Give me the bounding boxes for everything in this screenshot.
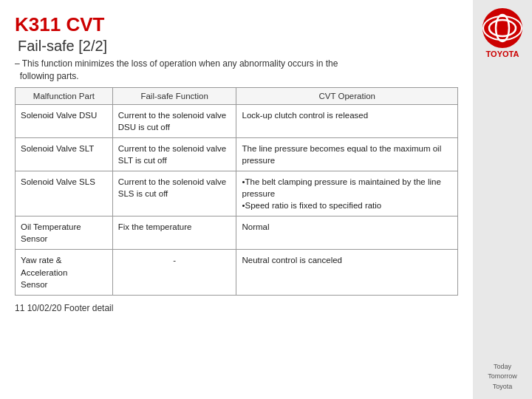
bullet-2: •Speed ratio is fixed to specified ratio bbox=[242, 201, 381, 210]
today-text: Today bbox=[494, 363, 511, 370]
page-title: K311 CVT bbox=[15, 13, 458, 36]
sidebar: TOYOTA Today Tomorrow Toyota bbox=[473, 0, 532, 399]
part-slt: Solenoid Valve SLT bbox=[16, 137, 113, 171]
operation-oil-temp: Normal bbox=[236, 216, 458, 250]
table-row: Oil TemperatureSensor Fix the temperatur… bbox=[16, 216, 458, 250]
function-sls: Current to the solenoid valve SLS is cut… bbox=[112, 171, 236, 216]
table-row: Solenoid Valve SLS Current to the soleno… bbox=[16, 171, 458, 216]
function-slt: Current to the solenoid valve SLT is cut… bbox=[112, 137, 236, 171]
operation-sls: •The belt clamping pressure is maintaine… bbox=[236, 171, 458, 216]
operation-slt: The line pressure becomes equal to the m… bbox=[236, 137, 458, 171]
table-row: Solenoid Valve SLT Current to the soleno… bbox=[16, 137, 458, 171]
part-oil-temp: Oil TemperatureSensor bbox=[16, 216, 113, 250]
main-content: K311 CVT Fail-safe [2/2] – This function… bbox=[0, 0, 473, 399]
function-dsu: Current to the solenoid valve DSU is cut… bbox=[112, 104, 236, 137]
tagline: Today Tomorrow Toyota bbox=[488, 362, 517, 392]
function-oil-temp: Fix the temperature bbox=[112, 216, 236, 250]
header-failsafe-function: Fail-safe Function bbox=[112, 87, 236, 104]
toyota-text: Toyota bbox=[493, 383, 513, 390]
header-cvt-operation: CVT Operation bbox=[236, 87, 458, 104]
part-yaw: Yaw rate &AccelerationSensor bbox=[16, 250, 113, 295]
page-subtitle: Fail-safe [2/2] bbox=[15, 38, 458, 55]
header-malfunction-part: Malfunction Part bbox=[16, 87, 113, 104]
tomorrow-text: Tomorrow bbox=[488, 372, 517, 380]
toyota-logo-container: TOYOTA bbox=[482, 7, 523, 60]
function-yaw: - bbox=[112, 250, 236, 295]
footer-text: 11 10/02/20 Footer detail bbox=[15, 303, 458, 313]
toyota-logo-icon bbox=[482, 7, 523, 49]
table-row: Yaw rate &AccelerationSensor - Neutral c… bbox=[16, 250, 458, 295]
description: – This function minimizes the loss of op… bbox=[15, 58, 458, 83]
table-row: Solenoid Valve DSU Current to the soleno… bbox=[16, 104, 458, 137]
failsafe-table: Malfunction Part Fail-safe Function CVT … bbox=[15, 87, 458, 296]
toyota-brand-text: TOYOTA bbox=[486, 49, 519, 60]
part-dsu: Solenoid Valve DSU bbox=[16, 104, 113, 137]
bullet-1: •The belt clamping pressure is maintaine… bbox=[242, 177, 440, 198]
operation-dsu: Lock-up clutch control is released bbox=[236, 104, 458, 137]
operation-yaw: Neutral control is canceled bbox=[236, 250, 458, 295]
part-sls: Solenoid Valve SLS bbox=[16, 171, 113, 216]
